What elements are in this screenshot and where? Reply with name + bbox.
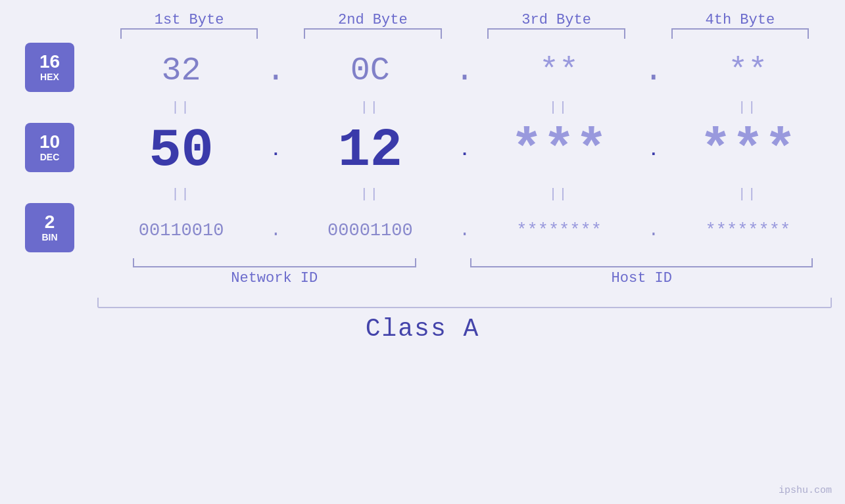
eq-row-1: || || || || xyxy=(97,97,832,118)
base-labels: 16 HEX 10 DEC 2 BIN xyxy=(0,44,97,257)
eq-spacer-1 xyxy=(25,97,97,118)
host-id-section: Host ID xyxy=(452,258,833,286)
hex-val1: 32 xyxy=(162,52,201,89)
dec-val2: 12 xyxy=(338,120,402,181)
hex-val3: ** xyxy=(539,52,579,89)
bin-number: 2 xyxy=(45,212,55,233)
eq-row-2: || || || || xyxy=(97,183,832,204)
bracket-byte3 xyxy=(487,28,625,39)
network-id-section: Network ID xyxy=(97,258,452,286)
hex-val2: 0C xyxy=(350,52,390,89)
hex-val4: ** xyxy=(728,52,767,89)
class-section: Class A xyxy=(0,315,845,343)
hex-dot3: . xyxy=(644,52,664,89)
class-label: Class A xyxy=(366,315,480,343)
dec-badge-row: 10 DEC xyxy=(25,118,97,183)
hex-dot1: . xyxy=(266,52,285,89)
host-id-bracket-line xyxy=(470,258,813,267)
bin-row: 00110010 . 00001100 . ******** . *******… xyxy=(97,204,832,257)
byte1-header: 1st Byte xyxy=(97,12,281,28)
top-brackets xyxy=(97,28,832,39)
dec-badge: 10 DEC xyxy=(25,123,74,172)
dec-row: 50 . 12 . *** . *** xyxy=(97,118,832,183)
grid-body: 16 HEX 10 DEC 2 BIN xyxy=(0,44,845,257)
bin-val2: 00001100 xyxy=(327,221,413,241)
main-layout: 1st Byte 2nd Byte 3rd Byte 4th Byte 16 H… xyxy=(0,0,845,343)
bin-dot2: . xyxy=(459,221,470,241)
dec-number: 10 xyxy=(39,132,60,152)
hex-number: 16 xyxy=(39,52,60,72)
bin-dot1: . xyxy=(270,221,281,241)
hex-dot2: . xyxy=(454,52,474,89)
hex-label: HEX xyxy=(40,72,59,82)
data-grid: 32 . 0C . ** . ** || || || || 50 xyxy=(97,44,832,257)
eq1-4: || xyxy=(738,100,758,115)
id-brackets: Network ID Host ID xyxy=(97,258,832,298)
bin-dot3: . xyxy=(648,221,659,241)
hex-badge: 16 HEX xyxy=(25,43,74,92)
hex-badge-row: 16 HEX xyxy=(25,44,97,97)
dec-val4: *** xyxy=(700,120,797,181)
eq1-1: || xyxy=(172,100,191,115)
network-id-label: Network ID xyxy=(231,270,318,286)
eq1-3: || xyxy=(549,100,569,115)
byte2-header: 2nd Byte xyxy=(281,12,464,28)
bracket-byte1 xyxy=(120,28,258,39)
network-id-bracket-line xyxy=(133,258,416,267)
outer-bottom-bracket xyxy=(97,298,832,308)
dec-dot2: . xyxy=(460,141,470,160)
eq-spacer-2 xyxy=(25,183,97,204)
bin-badge: 2 BIN xyxy=(25,203,74,252)
eq2-4: || xyxy=(738,187,758,202)
hex-row: 32 . 0C . ** . ** xyxy=(97,44,832,97)
byte4-header: 4th Byte xyxy=(648,12,832,28)
bracket-byte4 xyxy=(671,28,809,39)
bin-val3: ******** xyxy=(516,221,602,241)
dec-dot1: . xyxy=(270,141,281,160)
dec-val3: *** xyxy=(510,120,608,181)
dec-label: DEC xyxy=(40,152,60,162)
bin-val1: 00110010 xyxy=(139,221,224,241)
dec-dot3: . xyxy=(648,141,659,160)
bin-val4: ******** xyxy=(706,221,791,241)
bin-label: BIN xyxy=(41,232,57,242)
eq2-3: || xyxy=(549,187,569,202)
bracket-byte2 xyxy=(304,28,441,39)
watermark: ipshu.com xyxy=(779,485,832,496)
bin-badge-row: 2 BIN xyxy=(25,204,97,257)
eq1-2: || xyxy=(360,100,380,115)
byte3-header: 3rd Byte xyxy=(465,12,648,28)
eq2-2: || xyxy=(360,187,380,202)
host-id-label: Host ID xyxy=(612,270,672,286)
dec-val1: 50 xyxy=(149,120,213,181)
byte-headers: 1st Byte 2nd Byte 3rd Byte 4th Byte xyxy=(97,12,832,28)
eq2-1: || xyxy=(172,187,191,202)
